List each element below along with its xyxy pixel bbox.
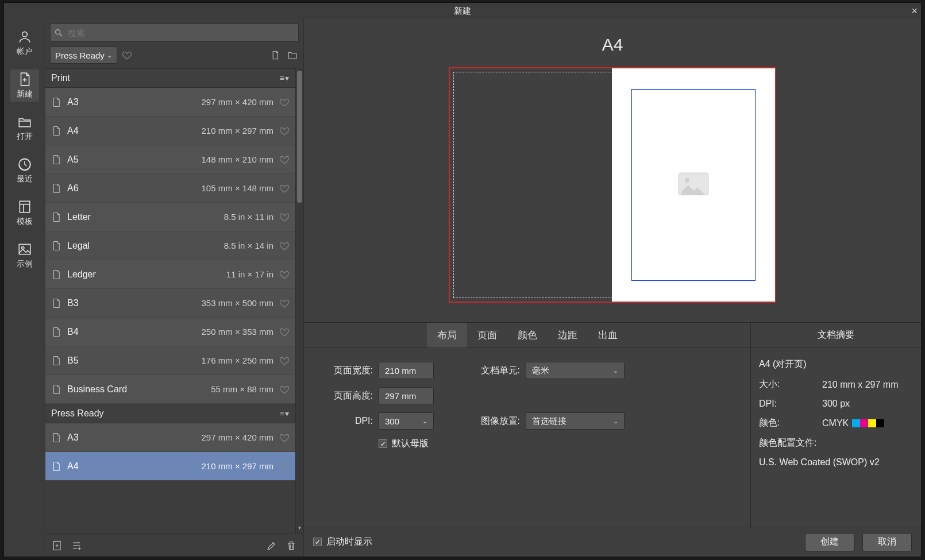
svg-rect-2 [20,201,29,213]
titlebar: 新建 × [4,3,921,19]
dpi-select[interactable]: 300⌄ [379,412,434,430]
preview-title: A4 [304,35,921,55]
page-width-input[interactable] [379,362,434,379]
preset-group-header[interactable]: Press Ready≡▾ [45,404,295,423]
preset-row[interactable]: B4250 mm × 353 mm [45,318,295,346]
summary-color-value: CMYK [822,418,849,428]
add-category-button[interactable] [71,539,83,552]
preset-dimensions: 297 mm × 420 mm [202,97,273,107]
cancel-button[interactable]: 取消 [862,533,912,551]
preset-row[interactable]: A3297 mm × 420 mm [45,88,295,117]
preset-row[interactable]: Business Card55 mm × 88 mm [45,375,295,404]
dpi-label: DPI: [321,416,373,426]
sidebar-label: 打开 [17,132,33,142]
sort-folder-icon[interactable] [286,49,299,61]
sidebar-item-template[interactable]: 模板 [10,197,39,229]
preset-name: A3 [67,432,196,443]
group-name: Print [51,73,70,83]
summary-size-value: 210 mm x 297 mm [822,380,898,390]
doc-unit-label: 文档单元: [468,365,520,377]
preset-dimensions: 176 mm × 250 mm [202,356,273,365]
preset-name: Legal [67,241,218,251]
scrollbar[interactable]: ▾ [295,68,303,534]
summary-dpi-value: 300 px [822,399,850,409]
folder-open-icon [17,114,32,129]
sidebar-label: 最近 [17,174,33,184]
preset-row[interactable]: A4210 mm × 297 mm [45,452,295,481]
color-swatch [860,419,868,427]
tab-2[interactable]: 颜色 [507,323,548,347]
image-place-select[interactable]: 首选链接⌄ [526,412,625,430]
favorite-filter-icon[interactable] [122,50,132,60]
preset-row[interactable]: A3297 mm × 420 mm [45,423,295,452]
preset-list: Print≡▾A3297 mm × 420 mmA4210 mm × 297 m… [45,68,295,534]
preset-row[interactable]: Ledger11 in × 17 in [45,260,295,289]
page-height-label: 页面高度: [321,390,373,402]
preset-row[interactable]: B3353 mm × 500 mm [45,289,295,318]
checkbox-label: 默认母版 [392,438,429,450]
group-menu-icon[interactable]: ≡▾ [280,74,290,83]
sidebar-item-open[interactable]: 打开 [10,112,39,144]
preview-spread [449,67,776,303]
left-sidebar: 帐户 新建 打开 最近 模板 示例 [4,19,45,557]
new-file-icon [17,72,32,87]
preset-name: B4 [67,327,196,337]
preset-dimensions: 148 mm × 210 mm [202,155,273,164]
close-icon[interactable]: × [911,5,918,17]
scroll-down-icon[interactable]: ▾ [297,523,302,531]
sidebar-item-sample[interactable]: 示例 [10,240,39,272]
cmyk-swatches [852,419,884,427]
template-icon [17,199,32,214]
preset-name: A3 [67,97,196,107]
preset-dimensions: 8.5 in × 14 in [224,241,273,250]
preset-name: A5 [67,155,196,165]
add-preset-button[interactable] [51,539,64,552]
image-place-label: 图像放置: [468,415,520,427]
summary-dpi-label: DPI: [759,399,822,409]
sidebar-item-account[interactable]: 帐户 [10,27,39,59]
preset-row[interactable]: Letter8.5 in × 11 in [45,203,295,231]
sidebar-item-new[interactable]: 新建 [10,69,39,102]
color-swatch [876,419,884,427]
properties-tabs: 布局页面颜色边距出血 [304,323,750,348]
preset-name: Business Card [67,384,205,395]
show-on-start-checkbox[interactable]: ✓ 启动时显示 [313,536,372,548]
preset-group-header[interactable]: Print≡▾ [45,68,295,88]
preset-row[interactable]: A5148 mm × 210 mm [45,145,295,174]
category-dropdown[interactable]: Press Ready ⌄ [50,47,117,64]
sort-page-icon[interactable] [269,49,282,61]
default-master-checkbox[interactable]: ✓ 默认母版 [379,438,434,450]
preset-row[interactable]: A6105 mm × 148 mm [45,174,295,203]
preset-name: A4 [67,461,196,472]
preset-row[interactable]: B5176 mm × 250 mm [45,346,295,375]
tab-3[interactable]: 边距 [548,323,588,347]
summary-header: 文档摘要 [751,323,921,348]
tab-4[interactable]: 出血 [588,323,628,347]
properties-panel: 布局页面颜色边距出血 页面宽度: 页面高度: [304,323,751,527]
search-input[interactable] [67,28,295,38]
sidebar-label: 帐户 [17,47,33,57]
scrollbar-thumb[interactable] [297,71,302,203]
new-document-dialog: 新建 × 帐户 新建 打开 最近 模板 [3,2,922,557]
preset-row[interactable]: Legal8.5 in × 14 in [45,231,295,260]
page-height-input[interactable] [379,387,434,404]
dropdown-label: Press Ready [55,51,105,60]
preset-dimensions: 105 mm × 148 mm [202,183,273,193]
preset-name: A6 [67,183,196,194]
group-menu-icon[interactable]: ≡▾ [280,409,290,418]
rename-button[interactable] [265,539,278,552]
search-box[interactable] [50,24,299,42]
sidebar-item-recent[interactable]: 最近 [10,155,39,187]
tab-0[interactable]: 布局 [427,323,467,347]
create-button[interactable]: 创建 [805,533,854,551]
window-title: 新建 [454,6,471,17]
chevron-down-icon: ⌄ [107,52,112,59]
summary-title: A4 (对开页) [759,358,913,370]
doc-unit-select[interactable]: 毫米⌄ [526,362,625,379]
chevron-down-icon: ⌄ [613,418,618,425]
preset-dimensions: 55 mm × 88 mm [211,384,273,394]
preset-row[interactable]: A4210 mm × 297 mm [45,117,295,145]
preset-dimensions: 210 mm × 297 mm [202,126,273,136]
tab-1[interactable]: 页面 [467,323,507,347]
delete-button[interactable] [285,539,298,552]
